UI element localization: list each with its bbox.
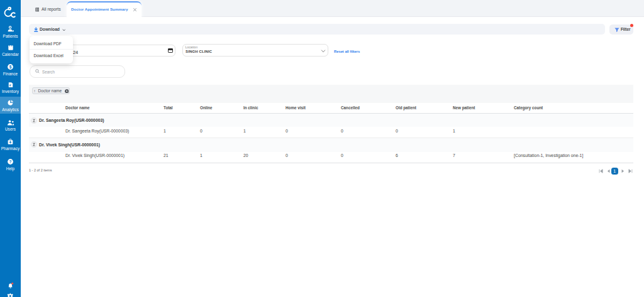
svg-text:?: ? (9, 159, 12, 164)
svg-text:$: $ (9, 65, 12, 70)
